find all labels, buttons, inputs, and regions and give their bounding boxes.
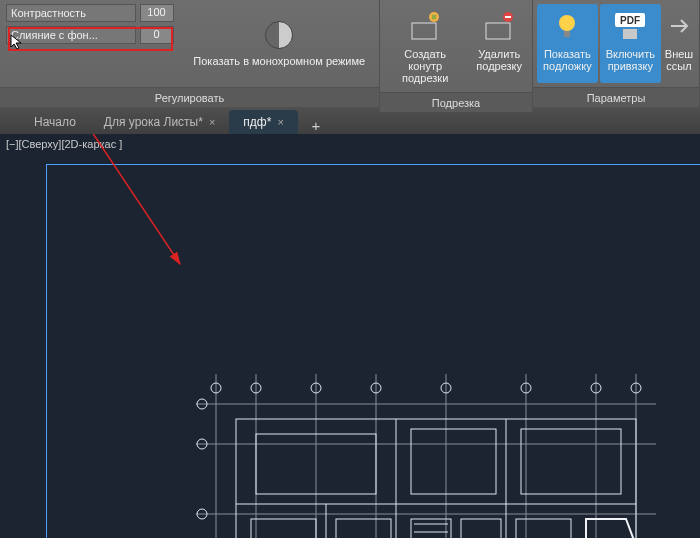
contrast-label: Контрастность (6, 4, 136, 22)
panel-title-params: Параметры (533, 87, 699, 107)
enable-snap-label: Включить привязку (606, 48, 655, 72)
arrow-icon (663, 8, 695, 44)
floor-plan-drawing (196, 374, 656, 538)
svg-rect-35 (236, 419, 636, 538)
show-underlay-button[interactable]: Показать подложку (537, 4, 598, 83)
create-clip-label: Создать конутр подрезки (390, 48, 460, 84)
ribbon: Контрастность 100 Слияние с фон... 0 Пок… (0, 0, 700, 108)
lightbulb-on-icon (549, 8, 585, 44)
panel-title-adjust: Регулировать (0, 87, 379, 107)
adjust-sliders: Контрастность 100 Слияние с фон... 0 (0, 0, 180, 87)
external-ref-button[interactable]: Внеш ссыл (663, 4, 695, 83)
create-clip-button[interactable]: Создать конутр подрезки (384, 4, 466, 88)
svg-rect-0 (412, 23, 436, 39)
monochrome-label: Показать в монохромном режиме (193, 55, 365, 67)
svg-rect-47 (516, 519, 571, 538)
svg-point-4 (559, 15, 575, 31)
drawing-canvas[interactable]: [−][Сверху][2D-каркас ] (0, 134, 700, 538)
svg-rect-8 (623, 29, 637, 39)
create-clip-icon (407, 8, 443, 44)
svg-rect-43 (251, 519, 316, 538)
delete-clip-icon (481, 8, 517, 44)
monochrome-button[interactable]: Показать в монохромном режиме (180, 0, 379, 87)
fade-value[interactable]: 0 (140, 26, 174, 44)
svg-rect-44 (336, 519, 391, 538)
tab-label: пдф* (243, 115, 271, 129)
close-icon[interactable]: × (209, 116, 215, 128)
svg-rect-2 (486, 23, 510, 39)
delete-clip-button[interactable]: Удалить подрезку (470, 4, 528, 88)
show-underlay-label: Показать подложку (543, 48, 592, 72)
svg-text:PDF: PDF (620, 15, 640, 26)
delete-clip-label: Удалить подрезку (476, 48, 522, 72)
svg-rect-5 (564, 31, 570, 37)
panel-title-clip: Подрезка (380, 92, 532, 112)
viewport-controls[interactable]: [−][Сверху][2D-каркас ] (0, 134, 700, 154)
tab-label: Начало (34, 115, 76, 129)
pdf-icon: PDF (612, 8, 648, 44)
fade-label: Слияние с фон... (6, 26, 136, 44)
monochrome-icon (265, 21, 293, 49)
tab-start[interactable]: Начало (20, 110, 90, 134)
add-tab-button[interactable]: + (306, 117, 326, 134)
svg-rect-42 (521, 429, 621, 494)
tab-pdf[interactable]: пдф*× (229, 110, 297, 134)
document-tabs: Начало Для урока Листы*× пдф*× + (0, 108, 700, 134)
tab-label: Для урока Листы* (104, 115, 203, 129)
external-ref-label: Внеш ссыл (665, 48, 693, 72)
svg-rect-46 (461, 519, 501, 538)
enable-snap-button[interactable]: PDF Включить привязку (600, 4, 661, 83)
svg-rect-45 (411, 519, 451, 538)
tab-lesson-sheets[interactable]: Для урока Листы*× (90, 110, 230, 134)
contrast-value[interactable]: 100 (140, 4, 174, 22)
close-icon[interactable]: × (277, 116, 283, 128)
svg-rect-41 (411, 429, 496, 494)
